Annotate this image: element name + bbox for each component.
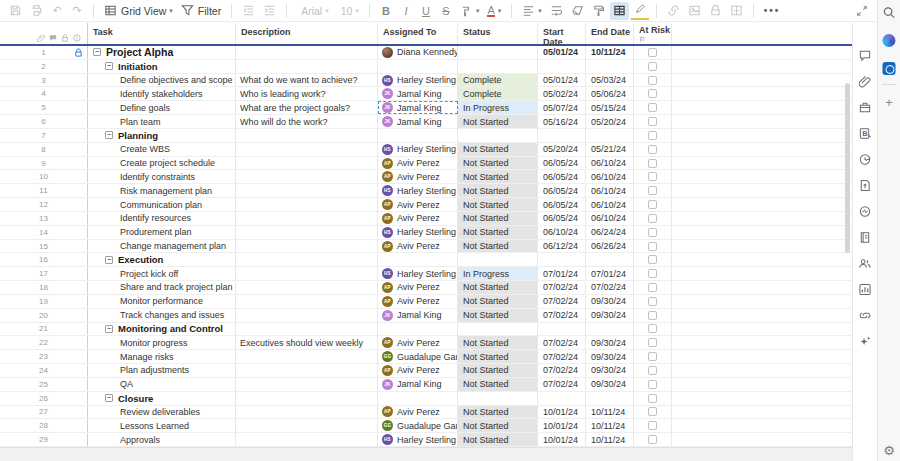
- ai-sparkle-icon[interactable]: [859, 335, 872, 348]
- status-cell[interactable]: Not Started: [458, 419, 538, 432]
- description-cell[interactable]: [236, 350, 378, 363]
- status-cell[interactable]: Not Started: [458, 157, 538, 170]
- status-cell[interactable]: Not Started: [458, 226, 538, 239]
- bold-button[interactable]: B: [377, 2, 395, 20]
- end-date-cell[interactable]: 06/10/24: [586, 157, 634, 170]
- at-risk-checkbox[interactable]: [648, 62, 657, 71]
- assignee-cell[interactable]: JKJamal King: [378, 101, 458, 114]
- at-risk-cell[interactable]: [634, 240, 672, 253]
- column-header-description[interactable]: Description: [236, 23, 378, 44]
- description-cell[interactable]: [236, 253, 378, 266]
- at-risk-cell[interactable]: [634, 364, 672, 377]
- at-risk-cell[interactable]: [634, 184, 672, 197]
- end-date-cell[interactable]: [586, 392, 634, 405]
- assignee-cell[interactable]: HSHarley Sterling: [378, 143, 458, 156]
- vertical-scrollbar[interactable]: [845, 83, 850, 253]
- assignee-cell[interactable]: JKJamal King: [378, 309, 458, 322]
- row-number-cell[interactable]: 23: [0, 350, 88, 363]
- description-cell[interactable]: [236, 226, 378, 239]
- start-date-cell[interactable]: 05/02/24: [538, 87, 586, 100]
- end-date-cell[interactable]: 05/15/24: [586, 101, 634, 114]
- status-cell[interactable]: Not Started: [458, 115, 538, 128]
- task-cell[interactable]: Project kick off: [88, 267, 236, 280]
- column-header-at-risk[interactable]: At Risk ⚐: [634, 23, 672, 44]
- assignee-cell[interactable]: JKJamal King: [378, 115, 458, 128]
- at-risk-cell[interactable]: [634, 378, 672, 391]
- status-cell[interactable]: Not Started: [458, 143, 538, 156]
- task-cell[interactable]: −Execution: [88, 253, 236, 266]
- at-risk-cell[interactable]: [634, 143, 672, 156]
- contacts-icon[interactable]: [859, 257, 872, 270]
- hyperlink-button[interactable]: [664, 2, 683, 20]
- at-risk-cell[interactable]: [634, 101, 672, 114]
- start-date-cell[interactable]: [538, 253, 586, 266]
- task-cell[interactable]: −Initiation: [88, 60, 236, 73]
- assignee-cell[interactable]: HSHarley Sterling: [378, 184, 458, 197]
- row-number-cell[interactable]: 21: [0, 323, 88, 336]
- collapse-toggle[interactable]: −: [105, 131, 113, 139]
- at-risk-checkbox[interactable]: [648, 255, 657, 264]
- at-risk-checkbox[interactable]: [648, 338, 657, 347]
- row-number-cell[interactable]: 22: [0, 336, 88, 349]
- at-risk-cell[interactable]: [634, 253, 672, 266]
- assignee-cell[interactable]: GGGuadalupe Garcia: [378, 419, 458, 432]
- at-risk-checkbox[interactable]: [648, 269, 657, 278]
- app-shortcut-icon-1[interactable]: [883, 34, 896, 47]
- row-number-cell[interactable]: 25: [0, 378, 88, 391]
- status-cell[interactable]: In Progress: [458, 267, 538, 280]
- at-risk-checkbox[interactable]: [648, 159, 657, 168]
- assignee-cell[interactable]: APAviv Perez: [378, 295, 458, 308]
- publish-icon[interactable]: [859, 179, 872, 192]
- at-risk-checkbox[interactable]: [648, 324, 657, 333]
- status-cell[interactable]: [458, 392, 538, 405]
- task-cell[interactable]: Plan adjustments: [88, 364, 236, 377]
- underline-button[interactable]: U: [417, 2, 435, 20]
- task-cell[interactable]: Identify stakeholders: [88, 87, 236, 100]
- status-cell[interactable]: Not Started: [458, 406, 538, 419]
- start-date-cell[interactable]: [538, 323, 586, 336]
- task-cell[interactable]: Track changes and issues: [88, 309, 236, 322]
- end-date-cell[interactable]: 05/06/24: [586, 87, 634, 100]
- description-cell[interactable]: [236, 433, 378, 446]
- row-number-cell[interactable]: 7: [0, 129, 88, 142]
- italic-button[interactable]: I: [397, 2, 415, 20]
- status-cell[interactable]: Not Started: [458, 336, 538, 349]
- at-risk-cell[interactable]: [634, 60, 672, 73]
- row-number-cell[interactable]: 6: [0, 115, 88, 128]
- task-cell[interactable]: Approvals: [88, 433, 236, 446]
- at-risk-cell[interactable]: [634, 350, 672, 363]
- end-date-cell[interactable]: 07/02/24: [586, 281, 634, 294]
- lock-column-button[interactable]: [706, 2, 725, 20]
- assignee-cell[interactable]: APAviv Perez: [378, 212, 458, 225]
- info-mini-icon[interactable]: [73, 34, 81, 42]
- at-risk-cell[interactable]: [634, 87, 672, 100]
- task-cell[interactable]: Monitor performance: [88, 295, 236, 308]
- search-icon[interactable]: [883, 5, 896, 23]
- status-cell[interactable]: Not Started: [458, 378, 538, 391]
- row-number-cell[interactable]: 28: [0, 419, 88, 432]
- assignee-cell[interactable]: JKJamal King: [378, 378, 458, 391]
- description-cell[interactable]: What are the project goals?: [236, 101, 378, 114]
- row-number-cell[interactable]: 4: [0, 87, 88, 100]
- task-cell[interactable]: Lessons Learned: [88, 419, 236, 432]
- task-cell[interactable]: Review deliverables: [88, 406, 236, 419]
- status-cell[interactable]: [458, 46, 538, 59]
- end-date-cell[interactable]: [586, 129, 634, 142]
- at-risk-checkbox[interactable]: [648, 48, 657, 57]
- column-header-task[interactable]: Task: [88, 23, 236, 44]
- attachment-mini-icon[interactable]: [37, 34, 45, 42]
- status-cell[interactable]: Complete: [458, 74, 538, 87]
- status-cell[interactable]: In Progress: [458, 101, 538, 114]
- status-cell[interactable]: [458, 60, 538, 73]
- assignee-cell[interactable]: HSHarley Sterling: [378, 267, 458, 280]
- end-date-cell[interactable]: 06/26/24: [586, 240, 634, 253]
- start-date-cell[interactable]: 06/05/24: [538, 184, 586, 197]
- at-risk-checkbox[interactable]: [648, 172, 657, 181]
- at-risk-checkbox[interactable]: [648, 89, 657, 98]
- at-risk-cell[interactable]: [634, 281, 672, 294]
- redo-button[interactable]: ↷: [68, 2, 86, 20]
- status-cell[interactable]: Not Started: [458, 184, 538, 197]
- assignee-cell[interactable]: [378, 129, 458, 142]
- at-risk-checkbox[interactable]: [648, 200, 657, 209]
- row-number-cell[interactable]: 29: [0, 433, 88, 446]
